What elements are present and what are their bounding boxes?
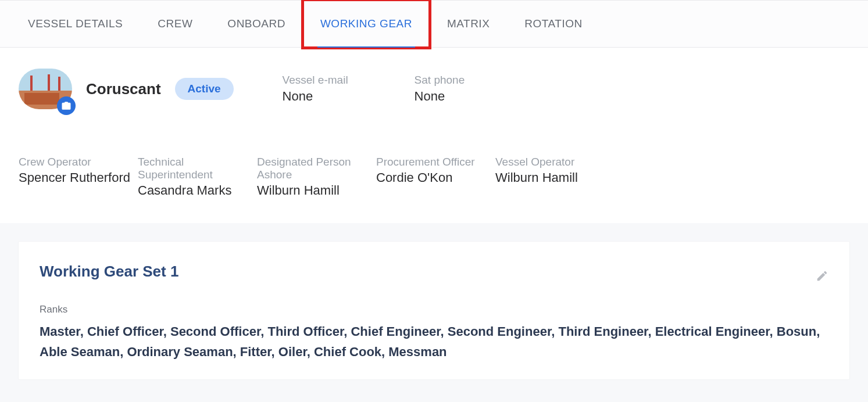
role-value: Wilburn Hamill [495,168,641,187]
ranks-list: Master, Chief Officer, Second Officer, T… [40,321,828,362]
tab-rotation[interactable]: ROTATION [507,0,599,48]
tab-onboard[interactable]: ONBOARD [210,0,303,48]
camera-icon[interactable] [57,96,76,115]
sat-phone-label: Sat phone [415,74,465,87]
role-crew-operator: Crew Operator Spencer Rutherford [19,156,138,200]
role-procurement-officer: Procurement Officer Cordie O'Kon [376,156,495,200]
role-label: Crew Operator [19,156,132,168]
working-gear-set-card: Working Gear Set 1 Ranks Master, Chief O… [19,242,849,379]
role-label: Designated Person Ashore [257,156,370,181]
tab-vessel-details[interactable]: VESSEL DETAILS [10,0,140,48]
role-label: Procurement Officer [376,156,490,168]
tab-crew[interactable]: CREW [140,0,210,48]
gear-set-title: Working Gear Set 1 [40,263,828,281]
status-badge: Active [175,78,234,100]
roles-row: Crew Operator Spencer Rutherford Technic… [19,156,849,200]
role-technical-superintendent: Technical Superintendent Casandra Marks [138,156,257,200]
role-value: Spencer Rutherford [19,168,132,187]
vessel-email-block: Vessel e-mail None [283,74,348,104]
vessel-avatar-wrap [19,69,72,109]
sat-phone-block: Sat phone None [415,74,465,104]
role-label: Vessel Operator [495,156,641,168]
ranks-label: Ranks [40,304,828,315]
role-dpa: Designated Person Ashore Wilburn Hamill [257,156,376,200]
vessel-email-value: None [283,89,348,104]
vessel-email-label: Vessel e-mail [283,74,348,87]
tab-working-gear[interactable]: WORKING GEAR [303,0,430,48]
role-value: Cordie O'Kon [376,168,490,187]
role-vessel-operator: Vessel Operator Wilburn Hamill [495,156,646,200]
tab-matrix[interactable]: MATRIX [430,0,507,48]
vessel-name: Coruscant [86,80,161,98]
role-label: Technical Superintendent [138,156,251,181]
role-value: Casandra Marks [138,181,251,200]
role-value: Wilburn Hamill [257,181,370,200]
edit-icon[interactable] [816,270,828,285]
vessel-header: Coruscant Active Vessel e-mail None Sat … [0,48,868,223]
sat-phone-value: None [415,89,465,104]
content-area: Working Gear Set 1 Ranks Master, Chief O… [0,223,868,398]
vessel-summary-row: Coruscant Active Vessel e-mail None Sat … [19,69,849,109]
tabs-bar: VESSEL DETAILS CREW ONBOARD WORKING GEAR… [0,0,868,48]
